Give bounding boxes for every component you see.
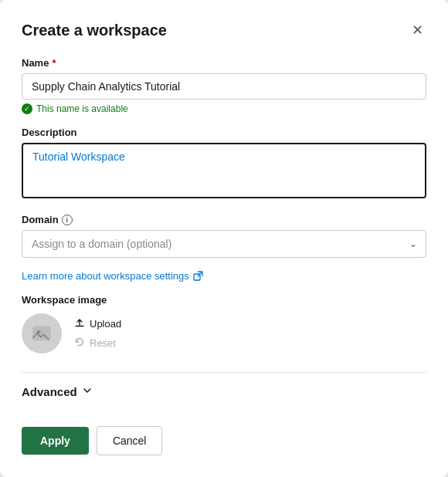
name-label: Name *: [22, 57, 426, 69]
section-divider: [22, 372, 426, 373]
workspace-image-placeholder: [22, 313, 62, 354]
close-icon: ✕: [412, 22, 423, 39]
advanced-section: Advanced: [22, 385, 426, 398]
workspace-image-row: Upload Reset: [22, 313, 426, 354]
reset-icon: [74, 337, 85, 350]
learn-more-text: Learn more about workspace settings: [22, 270, 189, 282]
description-label: Description: [22, 127, 426, 138]
name-input[interactable]: [22, 73, 426, 100]
workspace-image-label: Workspace image: [22, 294, 426, 306]
image-placeholder-icon: [31, 323, 53, 344]
learn-more-link[interactable]: Learn more about workspace settings: [22, 270, 426, 282]
reset-label: Reset: [90, 337, 116, 349]
reset-button[interactable]: Reset: [74, 335, 121, 351]
modal-header: Create a workspace ✕: [22, 19, 426, 42]
cancel-button[interactable]: Cancel: [97, 426, 163, 455]
description-input[interactable]: Tutorial Workspace: [22, 143, 426, 198]
advanced-label: Advanced: [22, 385, 77, 398]
apply-button[interactable]: Apply: [22, 427, 89, 455]
upload-label: Upload: [90, 318, 121, 330]
domain-wrapper: Assign to a domain (optional) ⌄: [22, 230, 426, 258]
required-indicator: *: [52, 57, 56, 69]
footer-buttons: Apply Cancel: [22, 426, 426, 455]
name-available-text: This name is available: [36, 103, 128, 114]
modal-title: Create a workspace: [22, 22, 167, 39]
close-button[interactable]: ✕: [409, 19, 426, 42]
create-workspace-modal: Create a workspace ✕ Name * ✓ This name …: [0, 0, 448, 477]
workspace-image-section: Workspace image Upload: [22, 294, 426, 354]
domain-field-group: Domain i Assign to a domain (optional) ⌄: [22, 214, 426, 258]
image-actions: Upload Reset: [74, 316, 121, 351]
name-available-indicator: ✓ This name is available: [22, 103, 426, 114]
upload-icon: [74, 317, 85, 330]
check-icon: ✓: [22, 103, 32, 114]
external-link-icon: [193, 271, 203, 281]
advanced-toggle-button[interactable]: Advanced: [22, 385, 93, 398]
upload-button[interactable]: Upload: [74, 316, 121, 332]
name-field-group: Name * ✓ This name is available: [22, 57, 426, 114]
domain-select[interactable]: Assign to a domain (optional): [22, 230, 426, 258]
description-field-group: Description Tutorial Workspace: [22, 127, 426, 201]
chevron-down-advanced-icon: [82, 385, 93, 398]
domain-info-icon[interactable]: i: [62, 215, 73, 225]
domain-label: Domain i: [22, 214, 426, 225]
